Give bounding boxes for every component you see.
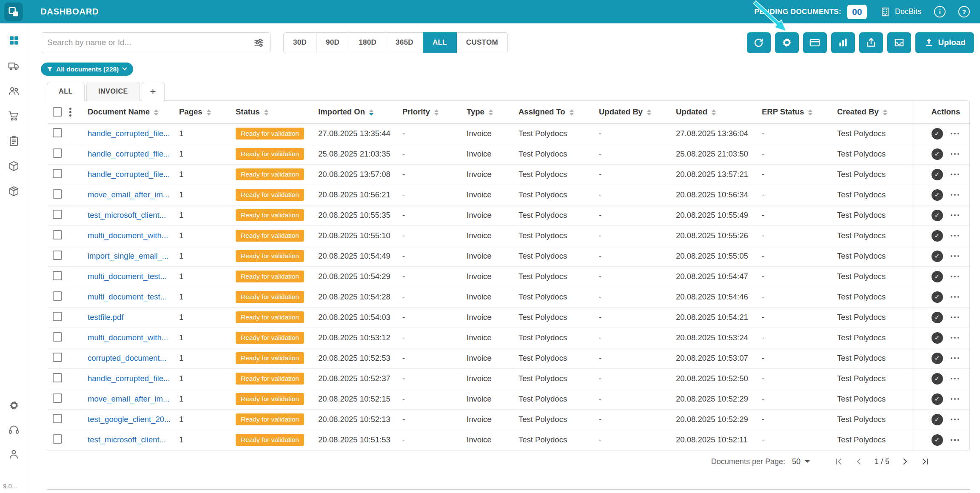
document-link[interactable]: multi_document_test... <box>88 292 167 301</box>
sort-arrows[interactable] <box>647 109 651 116</box>
column-header-updated_by[interactable]: Updated By <box>599 101 676 123</box>
row-more-button[interactable] <box>950 396 960 402</box>
document-link[interactable]: multi_document_with... <box>88 231 168 240</box>
payment-button[interactable] <box>803 32 827 53</box>
validate-icon[interactable]: ✓ <box>932 393 943 405</box>
column-header-pages[interactable]: Pages <box>179 101 236 123</box>
column-header-updated[interactable]: Updated <box>676 101 762 123</box>
validate-icon[interactable]: ✓ <box>932 414 943 425</box>
row-more-button[interactable] <box>950 376 960 382</box>
time-filter-30d[interactable]: 30D <box>283 32 316 53</box>
export-button[interactable] <box>859 32 883 53</box>
row-checkbox[interactable] <box>53 148 62 158</box>
validate-icon[interactable]: ✓ <box>932 230 943 242</box>
time-filter-365d[interactable]: 365D <box>386 32 423 53</box>
row-checkbox[interactable] <box>53 393 62 403</box>
sidebar-item-shipping[interactable] <box>8 60 20 71</box>
sort-arrows[interactable] <box>712 109 716 116</box>
analytics-button[interactable] <box>831 32 855 53</box>
row-more-button[interactable] <box>950 294 960 300</box>
document-link[interactable]: handle_corrupted_file... <box>88 149 170 158</box>
column-header-priority[interactable]: Priority <box>402 101 467 123</box>
column-header-imported[interactable]: Imported On <box>318 101 402 123</box>
row-checkbox[interactable] <box>53 251 62 260</box>
sort-arrows[interactable] <box>264 109 268 116</box>
select-all-checkbox[interactable] <box>53 107 62 117</box>
search-input[interactable] <box>47 38 254 47</box>
sidebar-item-documents[interactable] <box>8 135 20 147</box>
row-more-button[interactable] <box>950 151 960 157</box>
validate-icon[interactable]: ✓ <box>932 353 943 364</box>
per-page-caret-icon[interactable] <box>805 460 810 463</box>
validate-icon[interactable]: ✓ <box>932 332 943 344</box>
sidebar-item-support[interactable] <box>8 424 20 436</box>
row-more-button[interactable] <box>950 213 960 218</box>
sort-arrows[interactable] <box>434 109 439 116</box>
sort-arrows[interactable] <box>369 109 373 116</box>
row-more-button[interactable] <box>950 274 960 279</box>
validate-icon[interactable]: ✓ <box>932 312 943 323</box>
column-header-status[interactable]: Status <box>236 101 318 123</box>
settings-button[interactable] <box>775 32 799 53</box>
row-more-button[interactable] <box>950 233 960 239</box>
row-checkbox[interactable] <box>53 128 62 137</box>
per-page-value[interactable]: 50 <box>792 457 801 466</box>
document-link[interactable]: test_microsoft_client... <box>88 211 166 219</box>
sort-arrows[interactable] <box>154 109 158 116</box>
row-checkbox[interactable] <box>53 230 62 239</box>
last-page-button[interactable] <box>921 457 929 466</box>
sidebar-item-settings[interactable] <box>8 399 20 411</box>
column-header-type[interactable]: Type <box>467 101 518 123</box>
row-more-button[interactable] <box>950 172 960 177</box>
time-filter-custom[interactable]: CUSTOM <box>456 32 508 53</box>
time-filter-90d[interactable]: 90D <box>316 32 349 53</box>
organization-button[interactable] <box>880 6 891 17</box>
document-link[interactable]: testfile.pdf <box>88 313 123 322</box>
tab-all[interactable]: ALL <box>47 82 85 101</box>
sort-arrows[interactable] <box>808 109 812 116</box>
column-header-name[interactable]: Document Name <box>88 101 179 123</box>
row-checkbox[interactable] <box>53 271 62 280</box>
sidebar-item-contacts[interactable] <box>8 85 20 97</box>
column-header-created_by[interactable]: Created By <box>837 101 912 123</box>
validate-icon[interactable]: ✓ <box>932 189 943 201</box>
inbox-button[interactable] <box>887 32 911 53</box>
sort-arrows[interactable] <box>570 109 574 116</box>
row-more-button[interactable] <box>950 335 960 341</box>
document-link[interactable]: import_single_email_... <box>88 251 168 260</box>
sidebar-item-profile[interactable] <box>8 448 20 460</box>
document-link[interactable]: handle_corrupted_file... <box>88 170 170 179</box>
document-link[interactable]: test_google_client_20... <box>88 415 171 424</box>
add-tab-button[interactable]: + <box>142 82 165 101</box>
app-logo[interactable] <box>4 3 23 21</box>
row-checkbox[interactable] <box>53 434 62 444</box>
time-filter-180d[interactable]: 180D <box>349 32 386 53</box>
row-more-button[interactable] <box>950 131 960 137</box>
prev-page-button[interactable] <box>855 457 863 466</box>
validate-icon[interactable]: ✓ <box>932 169 943 180</box>
row-checkbox[interactable] <box>53 414 62 423</box>
sort-arrows[interactable] <box>883 109 887 116</box>
row-checkbox[interactable] <box>53 353 62 362</box>
document-link[interactable]: test_microsoft_client... <box>88 435 166 444</box>
document-link[interactable]: handle_corrupted_file... <box>88 129 170 138</box>
column-header-assigned_to[interactable]: Assigned To <box>518 101 599 123</box>
validate-icon[interactable]: ✓ <box>932 373 943 385</box>
row-checkbox[interactable] <box>53 189 62 199</box>
sort-arrows[interactable] <box>207 109 211 116</box>
row-more-button[interactable] <box>950 192 960 198</box>
row-checkbox[interactable] <box>53 291 62 301</box>
row-more-button[interactable] <box>950 315 960 320</box>
sidebar-item-inventory[interactable] <box>8 160 20 172</box>
column-header-erp_status[interactable]: ERP Status <box>762 101 837 123</box>
document-link[interactable]: corrupted_document... <box>88 353 166 362</box>
sidebar-item-purchasing[interactable] <box>8 110 20 122</box>
row-more-button[interactable] <box>950 356 960 361</box>
refresh-button[interactable] <box>747 32 771 53</box>
row-checkbox[interactable] <box>53 332 62 342</box>
row-checkbox[interactable] <box>53 169 62 178</box>
row-more-button[interactable] <box>950 417 960 422</box>
validate-icon[interactable]: ✓ <box>932 128 943 140</box>
first-page-button[interactable] <box>835 457 843 466</box>
row-checkbox[interactable] <box>53 312 62 321</box>
